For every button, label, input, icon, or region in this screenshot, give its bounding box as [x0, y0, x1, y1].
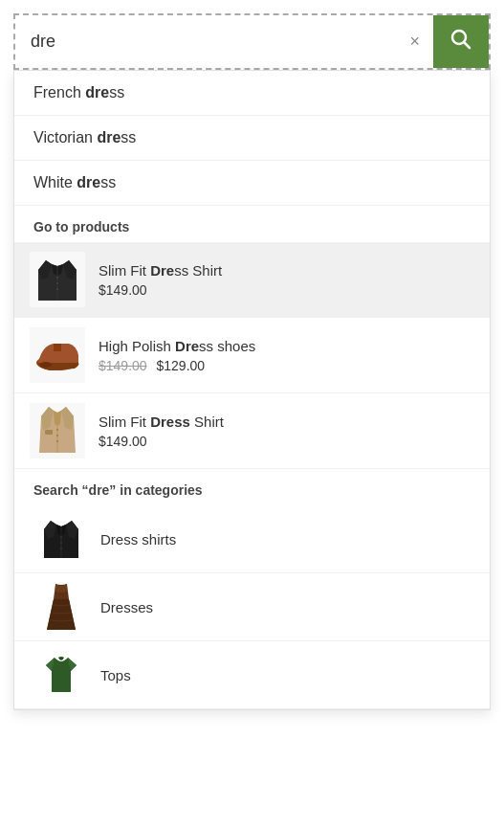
product-name-1: Slim Fit Dress Shirt [99, 262, 474, 279]
product-price-2: $149.00 $129.00 [99, 358, 474, 373]
search-input[interactable] [15, 18, 396, 65]
go-to-products-label: Go to products [14, 206, 490, 242]
suggestion-french-dress[interactable]: French dress [14, 71, 490, 116]
category-image-dresses [37, 583, 85, 631]
svg-point-15 [60, 548, 62, 549]
svg-rect-8 [45, 430, 53, 435]
search-icon [450, 29, 471, 50]
product-image-3 [30, 403, 85, 458]
svg-line-1 [465, 43, 471, 49]
product-item-slim-fit-dress-shirt-2[interactable]: Slim Fit Dress Shirt $149.00 [14, 393, 490, 469]
category-name-dresses: Dresses [100, 599, 153, 615]
svg-point-10 [56, 435, 58, 436]
product-image-1 [30, 252, 85, 307]
svg-point-2 [56, 277, 58, 279]
category-name-tops: Tops [100, 667, 131, 683]
category-image-dress-shirts [37, 515, 85, 563]
search-bar: × [13, 13, 491, 70]
svg-point-13 [60, 536, 62, 538]
product-name-3: Slim Fit Dress Shirt [99, 414, 474, 430]
search-submit-button[interactable] [433, 15, 489, 68]
category-item-dress-shirts[interactable]: Dress shirts [14, 505, 490, 573]
category-name-dress-shirts: Dress shirts [100, 531, 176, 548]
svg-point-9 [56, 429, 58, 431]
suggestion-victorian-dress[interactable]: Victorian dress [14, 116, 490, 161]
product-info-1: Slim Fit Dress Shirt $149.00 [99, 262, 474, 298]
svg-point-11 [56, 440, 58, 442]
svg-point-14 [60, 542, 62, 544]
category-item-tops[interactable]: Tops [14, 641, 490, 709]
product-price-1: $149.00 [99, 282, 474, 298]
product-name-2: High Polish Dress shoes [99, 338, 474, 354]
product-info-2: High Polish Dress shoes $149.00 $129.00 [99, 338, 474, 373]
category-item-dresses[interactable]: Dresses [14, 573, 490, 641]
product-item-high-polish-dress-shoes[interactable]: High Polish Dress shoes $149.00 $129.00 [14, 318, 490, 393]
svg-point-6 [40, 362, 52, 368]
svg-point-4 [56, 288, 58, 290]
product-item-slim-fit-dress-shirt[interactable]: Slim Fit Dress Shirt $149.00 [14, 242, 490, 318]
categories-section-label: Search “dre” in categories [14, 469, 490, 505]
category-image-tops [37, 651, 85, 699]
product-price-3: $149.00 [99, 434, 474, 449]
suggestion-white-dress[interactable]: White dress [14, 161, 490, 206]
svg-point-3 [56, 282, 58, 284]
search-dropdown: French dress Victorian dress White dress… [13, 70, 491, 710]
clear-button[interactable]: × [396, 22, 433, 61]
product-info-3: Slim Fit Dress Shirt $149.00 [99, 414, 474, 449]
product-image-2 [30, 327, 85, 383]
